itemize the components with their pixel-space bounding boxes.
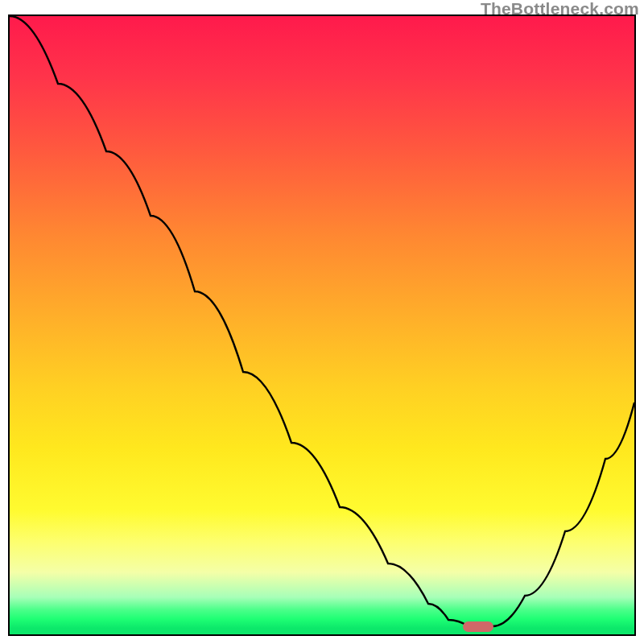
chart-curve [10, 16, 634, 634]
chart-minimum-marker [463, 621, 493, 632]
chart-frame [8, 14, 636, 636]
watermark-text: TheBottleneck.com [481, 0, 639, 19]
